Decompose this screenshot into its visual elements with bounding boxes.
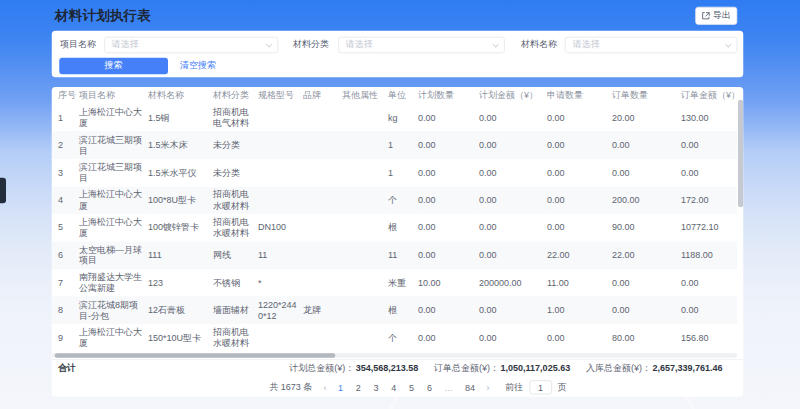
summary-total: 订单总金额(¥)：1,050,117,025.63 [434,362,570,375]
goto-page-input[interactable] [529,380,552,394]
table-cell: 11 [258,242,303,270]
table-cell: 0.00 [418,242,479,270]
table-row: 1上海松江中心大厦1.5铜招商机电电气材料kg0.000.000.0020.00… [52,104,737,132]
table-cell: 22.00 [612,242,681,270]
page-number-button[interactable]: 6 [427,382,432,393]
horizontal-scrollbar-thumb[interactable] [55,353,335,358]
table-cell: 0.00 [418,104,479,132]
next-page-button[interactable]: › [486,382,489,393]
table-header-row: 序号项目名称材料名称材料分类规格型号品牌其他属性单位计划数量计划金额（¥）申请数… [52,87,737,104]
table-cell [303,242,342,270]
column-header: 材料分类 [213,87,258,104]
table-cell: 未分类 [213,131,258,159]
table-cell [303,186,342,214]
table-panel: 序号项目名称材料名称材料分类规格型号品牌其他属性单位计划数量计划金额（¥）申请数… [52,87,744,397]
table-cell: 1 [388,131,418,159]
table-cell: 米重 [388,269,418,297]
page-number-button[interactable]: 84 [465,382,475,393]
chevron-down-icon [493,41,499,47]
column-header: 订单数量 [612,87,681,104]
sidebar-toggle[interactable] [0,178,6,204]
table-cell: 123 [148,269,213,297]
table-row: 4上海松江中心大厦100*8U型卡招商机电水暖材料个0.000.000.0020… [52,186,737,214]
goto-label: 前往 [505,381,523,394]
table-cell [258,324,303,352]
horizontal-scrollbar-track[interactable] [52,353,737,358]
table-cell: 0.00 [681,131,737,159]
table-cell [303,159,342,187]
table-cell [342,186,388,214]
table-cell: 1220*2440*12 [258,297,303,325]
table-cell: 网线 [213,242,258,270]
table-cell: 2 [52,131,79,159]
table-cell: 滨江花城三期项目 [79,131,148,159]
table-cell: 9 [52,324,79,352]
table-cell: 0.00 [479,159,547,187]
table-cell: 0.00 [681,269,737,297]
page-number-button[interactable]: 3 [374,382,379,393]
clear-search-link[interactable]: 清空搜索 [180,60,216,73]
material-name-select[interactable]: 请选择 [565,37,737,53]
page-number-button[interactable]: 5 [409,382,414,393]
export-button-label: 导出 [713,9,731,22]
table-cell: 个 [388,324,418,352]
table-cell: 招商机电水暖材料 [213,214,258,242]
table-cell: 根 [388,214,418,242]
page-numbers: 123456...84 [338,382,475,393]
table-cell [303,104,342,132]
summary-total: 计划总金额(¥)：354,568,213.58 [289,362,418,375]
table-cell: 0.00 [547,214,612,242]
vertical-scrollbar[interactable] [738,100,743,207]
table-cell [303,269,342,297]
table-cell: 0.00 [547,186,612,214]
table-cell: 0.00 [612,269,681,297]
table-cell: 0.00 [479,297,547,325]
table-cell: 0.00 [479,131,547,159]
prev-page-button[interactable]: ‹ [324,382,327,393]
page-number-button[interactable]: 4 [391,382,396,393]
table-cell: 1188.00 [681,242,737,270]
table-cell: kg [388,104,418,132]
table-cell: * [258,269,303,297]
top-bar: 材料计划执行表 导出 [52,0,744,31]
table-cell: 20.00 [612,104,681,132]
table-cell: 南翔盛达大学生公寓新建 [79,269,148,297]
table-cell [258,186,303,214]
page-unit-label: 页 [558,381,567,394]
filter-label-project: 项目名称 [60,39,96,52]
summary-totals: 计划总金额(¥)：354,568,213.58订单总金额(¥)：1,050,11… [289,362,722,375]
table-cell: 10772.10 [681,214,737,242]
column-header: 品牌 [303,87,342,104]
project-name-placeholder: 请选择 [105,39,139,52]
page-number-button[interactable]: 2 [356,382,361,393]
project-name-select[interactable]: 请选择 [104,37,278,53]
table-cell: 4 [52,186,79,214]
table-cell: 5 [52,214,79,242]
table-cell: 1.5米木床 [148,131,213,159]
table-cell: 0.00 [547,324,612,352]
search-button[interactable]: 搜索 [59,58,168,74]
table-cell: 0.00 [418,297,479,325]
table-cell: 招商机电水暖材料 [213,186,258,214]
table-cell [303,324,342,352]
table-cell: 0.00 [681,159,737,187]
table-cell: 上海松江中心大厦 [79,214,148,242]
material-category-select[interactable]: 请选择 [338,37,505,53]
table-cell: 0.00 [418,214,479,242]
page-number-button[interactable]: 1 [338,382,343,393]
column-header: 单位 [388,87,418,104]
export-button[interactable]: 导出 [695,6,737,24]
table-cell: 墙面辅材 [213,297,258,325]
table-cell: 7 [52,269,79,297]
table-cell: 招商机电水暖材料 [213,324,258,352]
column-header: 其他属性 [342,87,388,104]
column-header: 规格型号 [258,87,303,104]
chevron-down-icon [725,41,731,47]
table-cell: 156.80 [681,324,737,352]
table-cell: 0.00 [479,186,547,214]
filter-panel: 项目名称 请选择 材料分类 请选择 材料名称 请选择 搜索 清空搜索 [52,31,744,77]
summary-total: 入库总金额(¥)：2,657,339,761.46 [586,362,723,375]
table-cell: 100*8U型卡 [148,186,213,214]
table-cell: 1.5铜 [148,104,213,132]
table-cell: 龙牌 [303,297,342,325]
